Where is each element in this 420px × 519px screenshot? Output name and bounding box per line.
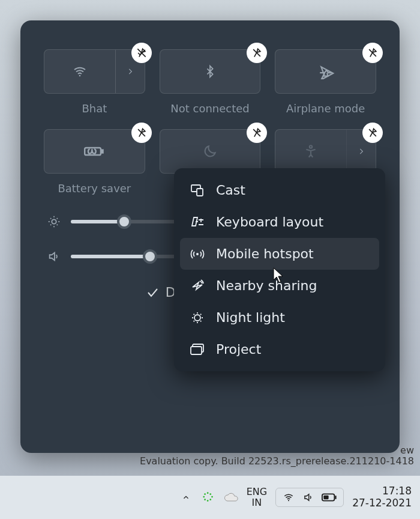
night-light-icon (190, 311, 205, 325)
unpin-airplane[interactable] (362, 43, 383, 63)
volume-tray-icon (302, 492, 314, 503)
ctx-label: Project (216, 342, 261, 357)
system-tray[interactable] (275, 488, 344, 507)
wifi-tray-icon (282, 492, 295, 503)
ctx-project[interactable]: Project (180, 333, 379, 365)
keyboard-layout-icon (190, 215, 205, 229)
svg-point-23 (209, 499, 211, 500)
svg-point-24 (207, 500, 209, 502)
tile-label: Airplane mode (286, 102, 365, 115)
mouse-cursor (273, 267, 284, 283)
svg-point-25 (204, 499, 206, 500)
svg-point-16 (194, 315, 200, 321)
tile-airplane: Airplane mode (275, 49, 376, 115)
clock[interactable]: 17:18 27-12-2021 (352, 485, 412, 509)
svg-point-27 (288, 500, 289, 501)
ctx-label: Night light (216, 310, 285, 325)
desktop-watermark: ew Evaluation copy. Build 22523.rs_prere… (140, 455, 414, 467)
unpin-wifi[interactable] (131, 43, 152, 63)
svg-rect-29 (335, 496, 336, 499)
moon-icon (202, 144, 218, 159)
svg-point-19 (204, 493, 206, 495)
ctx-label: Mobile hotspot (216, 246, 314, 261)
svg-point-8 (310, 145, 312, 148)
ctx-label: Cast (216, 183, 245, 198)
tile-label: Not connected (170, 102, 250, 115)
battery-tray-icon (322, 493, 337, 502)
airplane-icon (317, 64, 335, 79)
svg-point-15 (196, 253, 199, 255)
wifi-icon (44, 50, 116, 93)
accessibility-icon (275, 130, 347, 173)
svg-rect-5 (101, 150, 103, 153)
ctx-keyboard-layout[interactable]: Keyboard layout (180, 206, 379, 238)
unpin-bluetooth[interactable] (247, 43, 267, 63)
ctx-label: Keyboard layout (216, 214, 323, 229)
project-icon (190, 343, 205, 356)
svg-rect-30 (323, 496, 328, 500)
taskbar: ENG IN 17:18 27-12-2021 (0, 476, 420, 519)
ctx-mobile-hotspot[interactable]: Mobile hotspot (180, 238, 379, 270)
brightness-icon (44, 215, 64, 228)
language-indicator[interactable]: ENG IN (247, 487, 267, 509)
svg-rect-14 (197, 189, 203, 196)
tile-wifi: Bhat (44, 49, 145, 115)
brightness-thumb[interactable] (117, 214, 131, 229)
svg-point-22 (211, 496, 213, 498)
volume-icon (44, 250, 64, 263)
svg-rect-18 (191, 347, 202, 354)
ctx-cast[interactable]: Cast (180, 174, 379, 206)
svg-point-26 (203, 496, 205, 498)
tile-battery-saver: Battery saver (44, 129, 145, 195)
bluetooth-icon (203, 62, 217, 80)
tray-app-icon[interactable] (202, 491, 215, 504)
volume-thumb[interactable] (143, 249, 157, 264)
svg-point-0 (79, 75, 81, 77)
bluetooth-button[interactable] (160, 49, 261, 94)
unpin-accessibility[interactable] (362, 123, 383, 143)
accessibility-button[interactable] (275, 129, 376, 174)
onedrive-icon[interactable] (224, 493, 238, 502)
battery-saver-button[interactable] (44, 129, 145, 174)
svg-point-20 (207, 492, 209, 494)
focus-button[interactable] (160, 129, 261, 174)
unpin-battery[interactable] (131, 123, 152, 143)
tile-label: Bhat (82, 102, 107, 115)
unpin-focus[interactable] (247, 123, 267, 143)
cast-icon (190, 184, 205, 197)
tile-label: Battery saver (58, 182, 131, 195)
svg-point-9 (52, 219, 56, 223)
nearby-icon (190, 279, 205, 293)
tile-bluetooth: Not connected (160, 49, 260, 115)
hotspot-icon (190, 247, 205, 261)
wifi-button[interactable] (44, 49, 145, 94)
ctx-night-light[interactable]: Night light (180, 302, 379, 333)
battery-saver-icon (84, 145, 104, 158)
ctx-label: Nearby sharing (216, 278, 317, 293)
tray-overflow[interactable] (181, 493, 191, 502)
svg-point-21 (209, 493, 211, 495)
airplane-button[interactable] (275, 49, 376, 94)
